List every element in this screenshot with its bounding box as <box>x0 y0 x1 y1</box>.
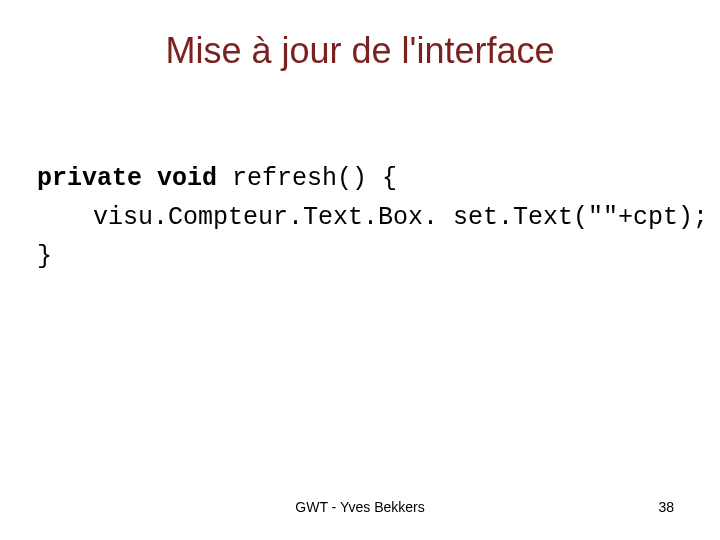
code-block: private void refresh() { visu.Compteur.T… <box>0 82 720 276</box>
keyword-private: private <box>37 164 142 193</box>
footer-page-number: 38 <box>658 499 674 515</box>
keyword-void: void <box>157 164 217 193</box>
code-body: visu.Compteur.Text.Box. set.Text(""+cpt)… <box>37 199 708 238</box>
code-signature: refresh() { <box>217 164 397 193</box>
code-close: } <box>37 242 52 271</box>
slide: Mise à jour de l'interface private void … <box>0 0 720 540</box>
footer-center: GWT - Yves Bekkers <box>0 499 720 515</box>
slide-title: Mise à jour de l'interface <box>0 0 720 82</box>
